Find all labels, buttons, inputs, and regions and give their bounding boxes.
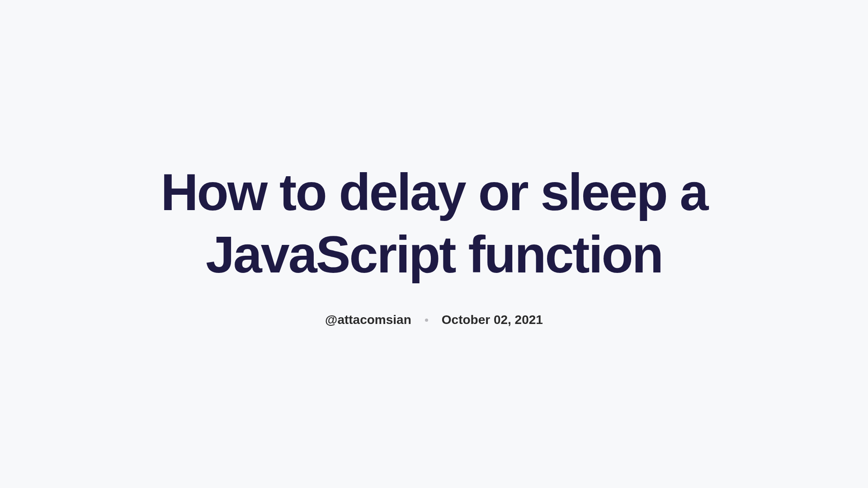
- article-author: @attacomsian: [325, 313, 411, 327]
- article-header: How to delay or sleep a JavaScript funct…: [118, 161, 750, 327]
- article-meta: @attacomsian October 02, 2021: [118, 313, 750, 327]
- article-date: October 02, 2021: [442, 313, 543, 327]
- separator-dot: [425, 319, 428, 322]
- article-title: How to delay or sleep a JavaScript funct…: [118, 161, 750, 286]
